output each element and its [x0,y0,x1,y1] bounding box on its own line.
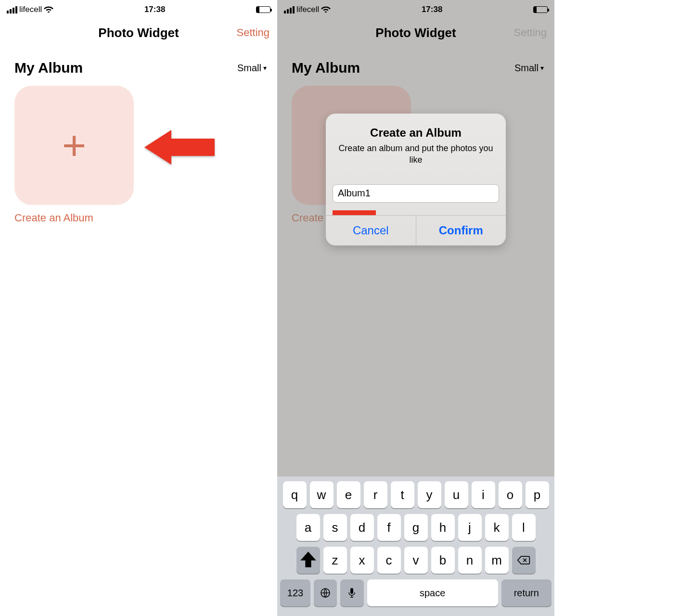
space-key[interactable]: space [367,579,498,606]
clock: 17:38 [422,5,442,14]
key-u[interactable]: u [445,481,468,508]
size-label: Small [237,63,261,74]
dialog-title: Create an Album [335,126,496,140]
plus-icon: + [62,125,86,166]
size-picker[interactable]: Small ▾ [514,63,544,74]
annotation-arrow-left [144,130,215,165]
signal-icon [284,6,295,13]
battery-icon [533,6,548,13]
key-f[interactable]: f [377,514,401,541]
screen-left: lifecell 17:38 Photo Widget Setting My A… [0,0,277,616]
key-w[interactable]: w [310,481,334,508]
key-h[interactable]: h [431,514,455,541]
key-g[interactable]: g [404,514,428,541]
screen-right: lifecell 17:38 Photo Widget Setting My A… [277,0,554,616]
cancel-button[interactable]: Cancel [326,216,416,245]
status-bar: lifecell 17:38 [277,0,554,19]
wifi-icon [321,5,331,15]
key-k[interactable]: k [485,514,509,541]
dialog-message: Create an album and put the photos you l… [335,142,496,166]
confirm-button[interactable]: Confirm [416,216,506,245]
create-album-tile[interactable]: + [14,86,134,205]
settings-link[interactable]: Setting [237,26,270,39]
svg-rect-1 [350,588,353,594]
return-key[interactable]: return [501,579,552,606]
key-o[interactable]: o [499,481,522,508]
key-b[interactable]: b [431,547,455,574]
keyboard-row-2: asdfghjkl [280,514,552,541]
keyboard: qwertyuiop asdfghjkl zxcvbnm 123 space r… [277,476,554,616]
album-heading: My Album [14,60,83,76]
chevron-down-icon: ▾ [263,64,267,72]
create-album-dialog: Create an Album Create an album and put … [326,114,506,245]
keyboard-row-1: qwertyuiop [280,481,552,508]
section-header: My Album Small ▾ [0,46,277,82]
key-y[interactable]: y [418,481,441,508]
signal-icon [7,6,17,13]
key-n[interactable]: n [458,547,482,574]
key-l[interactable]: l [512,514,536,541]
key-x[interactable]: x [350,547,374,574]
key-i[interactable]: i [472,481,495,508]
page-title: Photo Widget [98,26,179,40]
album-heading: My Album [292,60,360,76]
settings-link[interactable]: Setting [514,26,547,39]
globe-key[interactable] [314,579,337,606]
key-s[interactable]: s [323,514,347,541]
key-v[interactable]: v [404,547,428,574]
numbers-key[interactable]: 123 [280,579,310,606]
key-e[interactable]: e [337,481,360,508]
status-bar: lifecell 17:38 [0,0,277,19]
size-label: Small [514,63,539,74]
mic-key[interactable] [340,579,363,606]
battery-icon [256,6,270,13]
key-q[interactable]: q [283,481,307,508]
page-title: Photo Widget [375,26,456,40]
key-t[interactable]: t [391,481,414,508]
key-z[interactable]: z [323,547,347,574]
key-c[interactable]: c [377,547,401,574]
carrier-label: lifecell [19,5,42,14]
shift-key[interactable] [296,547,320,574]
key-p[interactable]: p [526,481,549,508]
keyboard-row-4: 123 space return [280,579,552,606]
album-name-input[interactable] [333,184,499,203]
nav-bar: Photo Widget Setting [277,19,554,46]
key-a[interactable]: a [296,514,320,541]
chevron-down-icon: ▾ [540,64,544,72]
annotation-underline [333,210,376,215]
clock: 17:38 [144,5,165,14]
key-r[interactable]: r [364,481,387,508]
tile-label: Create an Album [14,212,277,224]
key-d[interactable]: d [350,514,374,541]
key-m[interactable]: m [485,547,509,574]
key-j[interactable]: j [458,514,482,541]
size-picker[interactable]: Small ▾ [237,63,267,74]
carrier-label: lifecell [296,5,319,14]
keyboard-row-3: zxcvbnm [280,547,552,574]
section-header: My Album Small ▾ [277,46,554,82]
wifi-icon [44,5,53,15]
backspace-key[interactable] [512,547,536,574]
nav-bar: Photo Widget Setting [0,19,277,46]
